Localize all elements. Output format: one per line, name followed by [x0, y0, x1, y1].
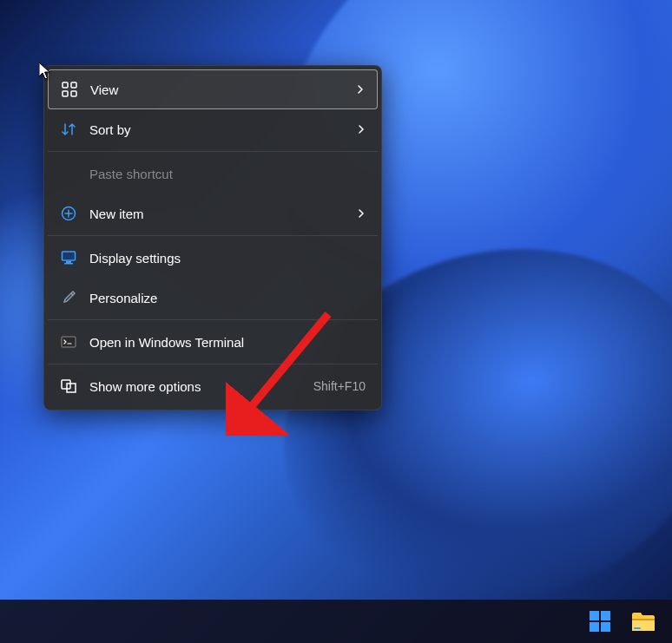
menu-item-personalize[interactable]: Personalize	[48, 278, 378, 318]
menu-item-show-more-options[interactable]: Show more options Shift+F10	[48, 366, 378, 406]
svg-rect-8	[62, 337, 76, 347]
menu-item-view[interactable]: View	[48, 69, 378, 109]
desktop-context-menu: View Sort by Paste shortcut	[43, 65, 382, 410]
menu-item-label: Personalize	[89, 291, 366, 305]
chevron-right-icon	[356, 82, 365, 97]
menu-item-label: New item	[89, 207, 357, 221]
more-options-icon	[60, 377, 77, 395]
plus-circle-icon	[60, 205, 77, 222]
menu-item-label: Show more options	[89, 379, 313, 394]
terminal-icon	[60, 333, 77, 351]
menu-item-paste-shortcut: Paste shortcut	[48, 154, 378, 194]
menu-item-label: Sort by	[89, 122, 357, 137]
menu-item-label: Paste shortcut	[89, 167, 366, 181]
svg-rect-11	[590, 611, 599, 620]
svg-rect-16	[632, 620, 655, 631]
taskbar	[0, 600, 672, 643]
sort-icon	[60, 121, 77, 138]
menu-item-new-item[interactable]: New item	[48, 194, 378, 233]
menu-divider	[48, 364, 378, 364]
chevron-right-icon	[357, 122, 366, 137]
brush-icon	[60, 289, 77, 306]
menu-divider	[48, 151, 378, 152]
svg-rect-13	[590, 622, 599, 632]
svg-rect-0	[63, 82, 68, 88]
mouse-cursor	[39, 62, 51, 83]
svg-rect-5	[63, 252, 76, 260]
svg-rect-2	[63, 91, 68, 96]
menu-item-label: View	[90, 82, 356, 97]
menu-item-display-settings[interactable]: Display settings	[48, 238, 378, 278]
start-button[interactable]	[582, 603, 618, 640]
svg-rect-9	[62, 380, 70, 389]
svg-rect-1	[71, 82, 76, 88]
file-explorer-button[interactable]	[625, 603, 662, 640]
menu-item-sort-by[interactable]: Sort by	[48, 109, 378, 149]
menu-divider	[48, 319, 378, 320]
svg-rect-3	[71, 91, 76, 96]
menu-item-label: Open in Windows Terminal	[89, 335, 366, 350]
monitor-icon	[60, 249, 77, 266]
svg-rect-14	[601, 622, 610, 632]
svg-rect-6	[66, 261, 71, 263]
menu-item-terminal[interactable]: Open in Windows Terminal	[48, 322, 378, 362]
svg-rect-12	[601, 611, 610, 620]
svg-rect-17	[634, 627, 641, 629]
grid-icon	[61, 81, 78, 98]
svg-rect-7	[64, 263, 73, 265]
svg-rect-15	[632, 619, 655, 620]
empty-icon	[60, 165, 77, 182]
menu-item-shortcut: Shift+F10	[313, 379, 366, 393]
chevron-right-icon	[357, 207, 366, 221]
menu-item-label: Display settings	[89, 251, 366, 266]
menu-divider	[48, 235, 378, 236]
